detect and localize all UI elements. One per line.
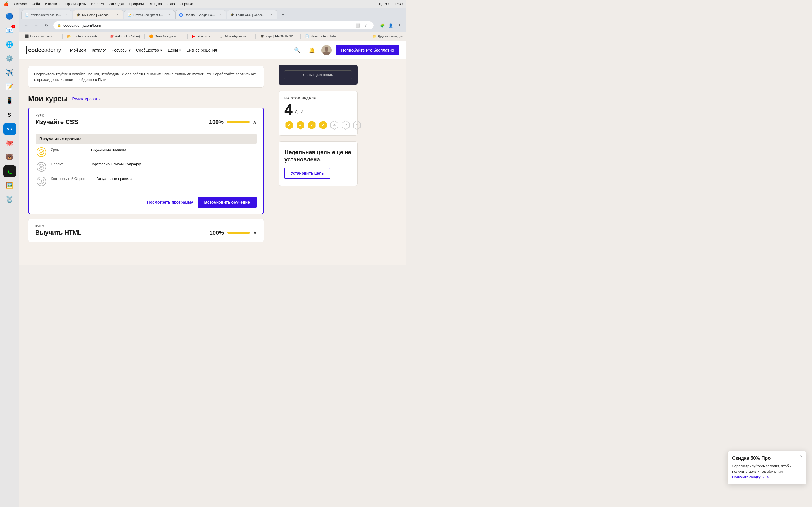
mac-bookmarks-menu[interactable]: Закладки [109,2,124,6]
streak-day-6: С [341,120,350,130]
other-bookmarks[interactable]: 📁 Другие закладки [373,34,403,38]
streak-day-2: ✓ [296,120,305,130]
bookmark-aalin[interactable]: 🐙 AaLin-Git (AaLin) [107,34,142,39]
lesson-icon-done [37,147,46,157]
course-card-css: КУРС Изучайте CSS 100% ∧ Визуальные прав… [28,108,264,214]
dock-sublime[interactable]: S [3,109,16,121]
mac-profiles-menu[interactable]: Профили [129,2,144,6]
dock-notes[interactable]: 📝 [3,80,16,93]
tab-close-2[interactable]: × [116,13,120,17]
dock-mail[interactable]: 📧 5 [3,24,16,37]
apple-icon[interactable]: 🍎 [3,1,9,6]
notifications-button[interactable]: 🔔 [307,45,317,55]
bookmark-coding[interactable]: ⬛ Coding workshop... [22,34,60,39]
mac-app-name[interactable]: Chrome [14,2,27,6]
chrome-menu-icon[interactable]: ⋮ [396,22,403,29]
mac-window-menu[interactable]: Окно [167,2,175,6]
tab-close-3[interactable]: × [167,13,171,17]
nav-community[interactable]: Сообщество ▾ [136,48,162,52]
cast-icon[interactable]: ⬜ [354,22,361,29]
bookmark-my-learning[interactable]: ⬡ Моё обучение -... [217,34,253,39]
bookmark-frontend-course[interactable]: 🎓 Курс | FRONTEND... [258,34,298,39]
mac-view-menu[interactable]: Просмотреть [65,2,86,6]
lesson-info-3: Контрольный Опрос Визуальные правила [51,177,133,181]
forward-button[interactable]: → [33,22,40,29]
expanded-section-title: Визуальные правила [36,134,257,144]
address-url: codecademy.com/learn [63,23,101,27]
back-button[interactable]: ← [22,22,30,29]
bookmark-label-6: Моё обучение -... [225,35,251,38]
main-wrapper: 📄 frontend/html-css-intro.md... × 🎓 My H… [19,8,406,265]
lesson-type-1: Урок [51,147,79,152]
nav-resources[interactable]: Ресурсы ▾ [112,48,131,52]
dock-appstore[interactable]: 📱 [3,95,16,107]
mac-history-menu[interactable]: История [91,2,104,6]
mail-badge: 5 [11,25,15,28]
course-collapse-button[interactable]: ∧ [253,119,257,125]
bookmark-favicon-1: ⬛ [25,34,29,38]
mac-tab-menu[interactable]: Вкладка [149,2,162,6]
bookmark-template[interactable]: 📄 Select a template... [303,34,340,39]
nav-home[interactable]: Мой дом [70,48,86,52]
tab-fontface[interactable]: 📝 How to use @font-face in CS... × [124,10,175,19]
tab-codecademy-home[interactable]: 🎓 My Home | Codecademy × [73,10,123,19]
bookmark-separator-4 [188,34,188,39]
bookmark-favicon-5: ▶ [192,34,196,38]
dock-terminal[interactable]: $_ [3,165,16,177]
nav-pricing[interactable]: Цены ▾ [168,48,181,52]
bookmark-frontend[interactable]: 📂 frontend/contents... [65,34,102,39]
mac-help-menu[interactable]: Справка [180,2,193,6]
set-goal-button[interactable]: Установить цель [285,168,330,179]
tab-close-1[interactable]: × [64,13,68,17]
view-program-link[interactable]: Посмотреть программу [147,200,193,205]
tab-google-fonts[interactable]: G Roboto - Google Fonts × [175,10,226,19]
dock-settings[interactable]: ⚙️ [3,52,16,65]
course-card-html: КУРС Выучить HTML 100% ∨ [28,219,264,242]
course-title-css: Изучайте CSS [36,118,78,126]
bookmark-online-courses[interactable]: 🟠 Онлайн-курсы —... [147,34,185,39]
dock-telegram[interactable]: ✈️ [3,66,16,79]
bookmark-youtube[interactable]: ▶ YouTube [190,34,213,39]
svg-text:✓: ✓ [310,123,313,127]
dock-github[interactable]: 🐙 [3,137,16,149]
days-count: 4 [285,102,293,117]
lesson-name-2: Портфолио Оливии Вудрафф [90,162,141,166]
dock-preview[interactable]: 🖼️ [3,179,16,191]
tab-learn-css[interactable]: 🎓 Learn CSS | Codecademy × [227,10,277,19]
tab-frontend-md[interactable]: 📄 frontend/html-css-intro.md... × [21,10,72,19]
mac-edit-menu[interactable]: Изменить [45,2,60,6]
tab-favicon-3: 📝 [128,13,132,17]
mac-file-menu[interactable]: Файл [32,2,40,6]
nav-business[interactable]: Бизнес решения [187,48,217,52]
extensions-icon[interactable]: 🧩 [379,22,386,29]
course-expand-button-html[interactable]: ∨ [253,230,257,236]
resume-learning-button[interactable]: Возобновить обучение [198,196,257,208]
codecademy-logo[interactable]: codecademy [26,46,63,54]
dock-trash[interactable]: 🗑️ [3,193,16,206]
bookmark-star-icon[interactable]: ☆ [363,22,370,29]
section-title: Мои курсы [28,94,68,103]
week-label: НА ЭТОЙ НЕДЕЛЕ [285,97,352,100]
nav-catalog[interactable]: Каталог [92,48,106,52]
tab-close-4[interactable]: × [218,13,222,17]
school-button[interactable]: Учиться для школы [284,70,352,79]
reload-button[interactable]: ↻ [43,22,50,29]
pro-cta-button[interactable]: Попробуйте Pro бесплатно [336,45,399,55]
profile-icon[interactable]: 👤 [388,22,394,29]
tab-close-5[interactable]: × [270,13,274,17]
dock-chrome[interactable]: 🌐 [3,38,16,51]
lock-icon: 🔒 [57,24,61,27]
progress-fill-css [227,121,250,123]
search-button[interactable]: 🔍 [292,45,302,55]
dock-vscode[interactable]: VS [3,123,16,135]
course-label-css: КУРС [36,114,257,117]
edit-courses-button[interactable]: Редактировать [72,97,100,101]
user-avatar[interactable] [321,45,332,55]
tab-label-1: frontend/html-css-intro.md... [31,13,62,17]
dock-finder[interactable]: 🔵 [3,10,16,22]
dock-bear[interactable]: 🐻 [3,151,16,163]
pro-banner: Погрузитесь глубже и освойте навыки, нео… [28,66,264,88]
streak-day-5: Ф [329,120,339,130]
new-tab-button[interactable]: + [279,11,287,18]
address-input[interactable]: 🔒 codecademy.com/learn ⬜ ☆ [53,21,374,30]
